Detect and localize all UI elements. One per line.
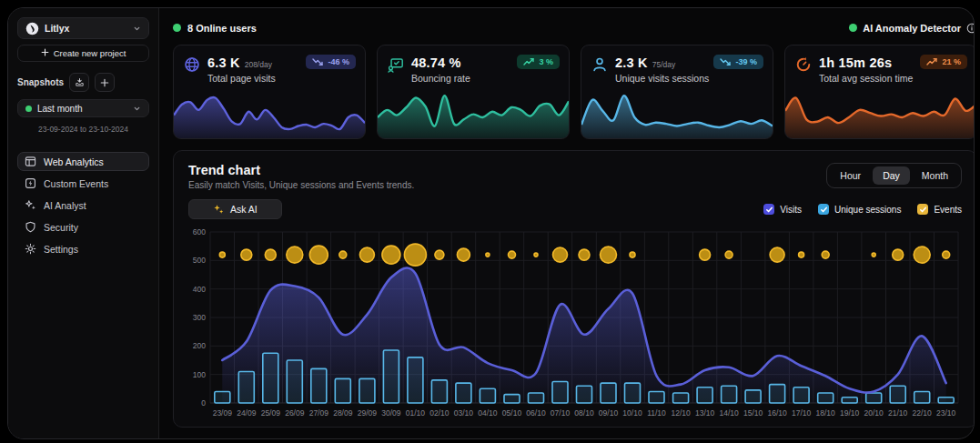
sidebar-item-label: Security (44, 222, 78, 233)
tab-month[interactable]: Month (912, 166, 958, 185)
svg-text:04/10: 04/10 (478, 408, 498, 418)
legend-item-events[interactable]: Events (917, 204, 962, 215)
legend-checkbox[interactable] (763, 204, 774, 215)
svg-text:23/09: 23/09 (213, 408, 233, 418)
chart-legend: VisitsUnique sessionsEvents (763, 204, 962, 215)
svg-text:500: 500 (193, 256, 206, 265)
stat-value: 6.3 K (207, 55, 240, 70)
svg-text:23/10: 23/10 (936, 408, 956, 418)
globe-icon (184, 56, 200, 84)
download-snapshot-button[interactable] (69, 73, 89, 92)
create-project-label: Create new project (54, 48, 126, 58)
sparkline (785, 89, 975, 138)
sidebar-item-ai-analyst[interactable]: AI Analyst (17, 196, 149, 215)
legend-item-unique-sessions[interactable]: Unique sessions (818, 204, 901, 215)
trend-badge: -46 % (306, 55, 356, 69)
trend-badge: 3 % (517, 55, 560, 69)
online-users-label: 8 Online users (187, 23, 257, 34)
svg-text:18/10: 18/10 (816, 408, 836, 418)
bounce-icon (388, 56, 404, 84)
add-snapshot-button[interactable] (95, 73, 115, 92)
sparkline (174, 89, 365, 138)
svg-text:22/10: 22/10 (913, 408, 933, 418)
sidebar-nav: Web AnalyticsCustom EventsAI AnalystSecu… (17, 152, 149, 258)
trend-badge-value: 3 % (539, 57, 553, 66)
svg-text:19/10: 19/10 (840, 408, 860, 418)
plus-icon (41, 48, 49, 58)
chevron-down-icon (133, 105, 141, 113)
stat-value: 48.74 % (411, 55, 461, 70)
legend-item-visits[interactable]: Visits (763, 204, 802, 215)
sparkline (378, 89, 569, 138)
stat-label: Total avg session time (819, 73, 913, 84)
custom-events-icon (25, 177, 36, 189)
main-content: 8 Online users AI Anomaly Detector 6.3 K… (159, 8, 975, 438)
trend-badge-value: 21 % (942, 57, 961, 66)
svg-text:24/09: 24/09 (237, 408, 257, 418)
svg-text:20/10: 20/10 (864, 408, 884, 418)
snapshots-header: Snapshots (17, 73, 149, 92)
stat-per-day: 208/day (245, 60, 272, 69)
sidebar-item-settings[interactable]: Settings (17, 239, 149, 258)
stat-value: 1h 15m 26s (819, 55, 892, 70)
svg-text:200: 200 (193, 341, 206, 350)
trend-badge-value: -39 % (735, 57, 757, 66)
svg-text:02/10: 02/10 (429, 408, 450, 418)
svg-text:11/10: 11/10 (647, 408, 666, 418)
web-analytics-icon (25, 156, 36, 167)
legend-checkbox[interactable] (917, 204, 928, 215)
trend-badge: 21 % (920, 55, 967, 69)
sidebar-item-web-analytics[interactable]: Web Analytics (17, 152, 149, 171)
legend-checkbox[interactable] (818, 204, 829, 215)
ask-ai-label: Ask AI (230, 204, 258, 215)
stat-value: 2.3 K (615, 55, 648, 70)
security-icon (25, 221, 36, 233)
svg-text:09/10: 09/10 (599, 408, 619, 418)
svg-text:100: 100 (193, 370, 206, 379)
trend-chart-canvas: 010020030040050060023/0924/0925/0926/092… (188, 225, 962, 419)
svg-text:15/10: 15/10 (743, 408, 763, 418)
app-window: Litlyx Create new project Snapshots Last… (7, 7, 975, 439)
project-selector[interactable]: Litlyx (17, 17, 149, 39)
sidebar-item-custom-events[interactable]: Custom Events (17, 174, 149, 193)
ask-ai-button[interactable]: Ask AI (188, 199, 282, 219)
tab-day[interactable]: Day (873, 166, 910, 185)
svg-text:03/10: 03/10 (454, 408, 474, 418)
legend-label: Visits (780, 205, 802, 215)
sparkline (581, 89, 773, 138)
svg-text:0: 0 (201, 398, 206, 408)
online-users: 8 Online users (173, 23, 257, 34)
sidebar-item-label: Settings (44, 244, 78, 255)
svg-text:300: 300 (193, 313, 206, 322)
stat-card-total-avg-session-time: 1h 15m 26sTotal avg session time21 % (784, 45, 975, 139)
svg-text:25/09: 25/09 (261, 408, 281, 418)
legend-label: Events (934, 205, 962, 215)
legend-label: Unique sessions (834, 205, 901, 215)
svg-text:08/10: 08/10 (574, 408, 594, 418)
svg-text:17/10: 17/10 (792, 408, 812, 418)
svg-text:05/10: 05/10 (502, 408, 522, 418)
snapshot-status-dot (25, 106, 32, 112)
info-icon[interactable] (966, 23, 975, 34)
svg-text:26/09: 26/09 (285, 408, 305, 418)
tab-hour[interactable]: Hour (830, 166, 871, 185)
stat-label: Unique visits sessions (615, 73, 709, 84)
svg-text:13/10: 13/10 (695, 408, 715, 418)
online-status-dot (173, 24, 181, 32)
anomaly-status-dot (849, 24, 857, 32)
svg-text:600: 600 (193, 227, 206, 237)
topbar: 8 Online users AI Anomaly Detector (173, 19, 975, 36)
user-icon (591, 56, 608, 84)
svg-text:21/10: 21/10 (888, 408, 908, 418)
trend-toolbar: Ask AI VisitsUnique sessionsEvents (188, 199, 962, 219)
anomaly-detector-label: AI Anomaly Detector (863, 23, 961, 34)
stat-cards: 6.3 K208/dayTotal page visits-46 %48.74 … (173, 45, 975, 139)
svg-text:16/10: 16/10 (767, 408, 787, 418)
sidebar-item-security[interactable]: Security (17, 217, 149, 237)
ai-analyst-icon (25, 199, 36, 211)
create-project-button[interactable]: Create new project (17, 45, 149, 62)
svg-text:07/10: 07/10 (551, 408, 571, 418)
trend-badge: -39 % (713, 55, 763, 69)
trend-up-icon (523, 58, 534, 65)
snapshot-select[interactable]: Last month (17, 99, 149, 117)
